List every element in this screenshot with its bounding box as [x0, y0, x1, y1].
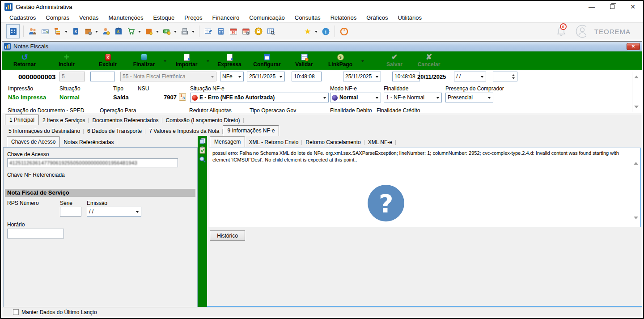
- tab-dados-transporte[interactable]: 6 Dados de Transporte: [84, 127, 145, 136]
- incluir-button[interactable]: + Incluir: [44, 52, 89, 69]
- menu-estoque[interactable]: Estoque: [148, 13, 179, 22]
- register-dropdown[interactable]: [191, 26, 195, 37]
- finalizar-button[interactable]: Finalizar: [127, 52, 161, 69]
- info-button[interactable]: i: [320, 26, 331, 37]
- tab-mensagem[interactable]: Mensagem: [210, 136, 245, 147]
- table-search-button[interactable]: [266, 26, 276, 37]
- tab-informacoes-nfe[interactable]: 9 Informações NF-e: [223, 125, 279, 136]
- org-chart-dropdown[interactable]: [64, 26, 68, 37]
- menu-manutencoes[interactable]: Manutenções: [103, 13, 148, 22]
- emission-date-combo[interactable]: 25/11/2025: [247, 72, 285, 81]
- historico-button[interactable]: Histórico: [210, 230, 245, 241]
- favorites-dropdown[interactable]: [314, 26, 318, 37]
- chave-acesso-field[interactable]: 4125112636147790619255050000000000195648…: [7, 158, 178, 167]
- cart-button[interactable]: [126, 26, 136, 37]
- scroll-down-icon[interactable]: [634, 106, 639, 111]
- menu-comunicacao[interactable]: Comunicação: [244, 13, 290, 22]
- calendar-30-button[interactable]: 30: [228, 26, 239, 37]
- register-button[interactable]: [179, 26, 190, 37]
- situacao-nfe-combo[interactable]: E - Erro (NFE não Autorizada): [190, 93, 329, 102]
- copy-document-icon[interactable]: [199, 137, 206, 145]
- horario-field[interactable]: [7, 229, 64, 238]
- calculator-button[interactable]: [216, 26, 226, 37]
- tab-comissao[interactable]: Comissão (Lançamento Direto): [162, 116, 244, 125]
- clients-button[interactable]: [27, 26, 38, 37]
- finalizar-dropdown[interactable]: [161, 52, 169, 69]
- power-button[interactable]: [339, 26, 349, 37]
- tab-principal[interactable]: 1 Principal: [5, 115, 39, 125]
- tab-informacoes-destinatario[interactable]: 5 Informações do Destinatário: [5, 127, 84, 136]
- emissao-date-combo[interactable]: / /: [87, 207, 141, 217]
- tab-documentos-referenciados[interactable]: Documentos Referenciados: [89, 116, 162, 125]
- menu-cadastros[interactable]: Cadastros: [4, 13, 41, 22]
- doc-type-combo[interactable]: NFe: [220, 72, 244, 81]
- table-edit-button[interactable]: [203, 26, 214, 37]
- money-dropdown[interactable]: [173, 26, 178, 37]
- services-button[interactable]: S: [70, 26, 81, 37]
- menu-precos[interactable]: Preços: [179, 13, 207, 22]
- retornar-button[interactable]: ↺ Retornar: [5, 52, 44, 69]
- minimize-button[interactable]: —: [581, 1, 602, 13]
- message-box[interactable]: possui erro: Falha no Schema XML do lote…: [209, 148, 641, 227]
- company-button[interactable]: [6, 24, 20, 38]
- menu-graficos[interactable]: Gráficos: [361, 13, 393, 22]
- expressa-button[interactable]: ● Expressa: [212, 52, 247, 69]
- stepper-arrows-icon[interactable]: [510, 72, 517, 81]
- seller-button[interactable]: [101, 26, 111, 37]
- nf-close-button[interactable]: ✕: [627, 43, 640, 50]
- tab-chaves-acesso[interactable]: Chaves de Acesso: [7, 136, 60, 147]
- exit-time-field[interactable]: 10:48:08: [392, 72, 420, 81]
- series-field[interactable]: [90, 72, 115, 81]
- menu-consultas[interactable]: Consultas: [290, 13, 326, 22]
- card-button[interactable]: $: [40, 26, 51, 37]
- notifications-bell-icon[interactable]: 0: [556, 26, 567, 37]
- user-avatar-icon[interactable]: [576, 26, 586, 37]
- search-magnifier-icon[interactable]: [199, 156, 206, 163]
- org-chart-button[interactable]: [52, 26, 63, 37]
- lock-button[interactable]: [253, 26, 264, 37]
- message-scroll-up-icon[interactable]: [634, 160, 638, 165]
- orders-button[interactable]: [144, 26, 154, 37]
- money-button[interactable]: [161, 26, 172, 37]
- menu-relatorios[interactable]: Relatórios: [326, 13, 362, 22]
- excluir-button[interactable]: x Excluir: [89, 52, 127, 69]
- orders-dropdown[interactable]: [155, 26, 160, 37]
- restore-button[interactable]: [602, 1, 623, 13]
- keep-last-entry-checkbox[interactable]: [13, 309, 19, 315]
- tab-xml-nfe[interactable]: XML NF-e: [364, 138, 396, 147]
- menu-financeiro[interactable]: Financeiro: [208, 13, 245, 22]
- tab-xml-retorno-envio[interactable]: XML - Retorno Envio: [245, 138, 302, 147]
- tab-valores-impostos[interactable]: 7 Valores e Impostos da Nota: [145, 127, 223, 136]
- favorites-star-icon[interactable]: ★: [302, 26, 313, 37]
- nsu-sort-icon[interactable]: 13: [179, 93, 186, 101]
- tab-retorno-cancelamento[interactable]: Retorno Cancelamento: [302, 138, 364, 147]
- header-scrollbar[interactable]: [632, 72, 640, 112]
- products-dropdown[interactable]: [94, 26, 99, 37]
- cart-dropdown[interactable]: [137, 26, 142, 37]
- menu-vendas[interactable]: Vendas: [74, 13, 103, 22]
- bank-button[interactable]: $: [113, 26, 124, 37]
- finalidade-combo[interactable]: 1 - NF-e Normal: [384, 93, 442, 102]
- exit-date-combo[interactable]: 25/11/2025: [343, 72, 381, 81]
- empty-date-combo[interactable]: / /: [454, 72, 486, 81]
- quantity-stepper[interactable]: [493, 72, 517, 81]
- emission-time-field[interactable]: 10:48:08: [292, 72, 322, 81]
- configurar-button[interactable]: Configurar: [247, 52, 287, 69]
- close-button[interactable]: ✕: [623, 1, 643, 13]
- linkpago-button[interactable]: $ LinkPago: [322, 52, 359, 69]
- importar-button[interactable]: ▸ Importar: [169, 52, 204, 69]
- linkpago-dropdown[interactable]: [359, 52, 366, 69]
- tab-itens-servicos[interactable]: 2 Itens e Serviços: [39, 116, 89, 125]
- calendar-settings-button[interactable]: 30: [241, 26, 251, 37]
- validar-button[interactable]: Validar: [287, 52, 322, 69]
- menu-utilitarios[interactable]: Utilitários: [393, 13, 427, 22]
- presenca-combo[interactable]: Presencial: [445, 93, 493, 102]
- validate-clipboard-icon[interactable]: [199, 146, 206, 154]
- importar-dropdown[interactable]: [204, 52, 212, 69]
- modo-nfe-combo[interactable]: Normal: [330, 93, 381, 102]
- message-scroll-down-icon[interactable]: [634, 217, 638, 221]
- serie-field[interactable]: [60, 207, 81, 217]
- tab-notas-referenciadas[interactable]: Notas Referênciadas: [60, 138, 117, 147]
- menu-compras[interactable]: Compras: [41, 13, 74, 22]
- scroll-up-icon[interactable]: [634, 73, 639, 78]
